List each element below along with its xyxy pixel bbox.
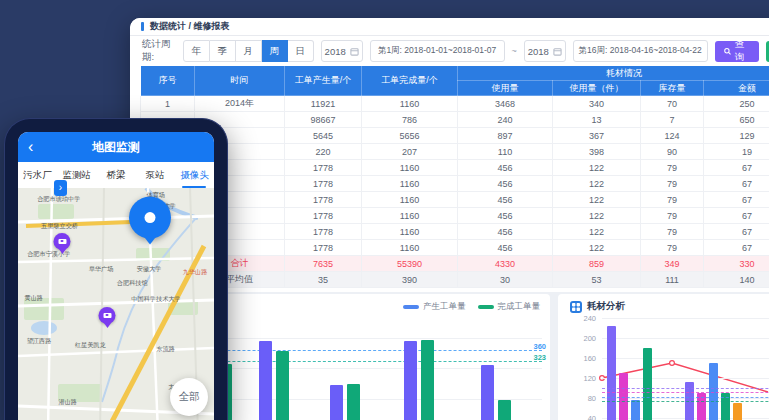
camera-pin-marker[interactable] (99, 307, 116, 324)
y-axis-tick: 200 (566, 334, 596, 343)
period-option[interactable]: 日 (288, 40, 314, 62)
breadcrumb-accent (141, 22, 144, 31)
average-refline (602, 388, 769, 389)
expand-panel-button[interactable]: › (54, 180, 67, 196)
refline-label: 360 (533, 342, 546, 351)
table-row: 177811604561227967 (141, 240, 769, 256)
map-label: 五里墩立交桥 (41, 222, 78, 231)
phone-page-title: 地图监测 (92, 139, 140, 156)
table-cell: 5656 (362, 128, 458, 144)
sub-column-header: 金额 (704, 81, 769, 96)
table-cell: 1160 (362, 96, 458, 112)
map-label: 合肥科技馆 (117, 279, 148, 288)
map-label: 黄山路 (24, 294, 43, 303)
table-cell: 330 (704, 256, 769, 272)
filter-bar: 统计周期: 年季月周日 2018 第1周: 2018-01-01~2018-01… (130, 36, 769, 66)
table-cell: 4330 (458, 256, 553, 272)
table-cell: 70 (641, 96, 704, 112)
legend-label: 产生工单量 (423, 301, 466, 313)
table-cell: 79 (641, 240, 704, 256)
table-cell: 1160 (362, 160, 458, 176)
sub-column-header: 使用量（件） (553, 81, 641, 96)
calendar-icon (553, 47, 562, 56)
report-table: 序号时间工单产生量/个工单完成量/个耗材情况使用量使用量（件）库存量金额 120… (140, 65, 769, 288)
chart-title: 耗材分析 (587, 300, 625, 313)
group-header: 耗材情况 (458, 66, 769, 81)
period-option[interactable]: 季 (210, 40, 236, 62)
map-view[interactable]: 合肥市琥珀中学体育场安徽农业大学五里墩立交桥合肥市宁溪小学阜华广场安徽大学合肥科… (18, 188, 214, 420)
bar-consumable (643, 348, 652, 420)
table-cell: 1778 (285, 224, 362, 240)
average-refline (602, 401, 769, 402)
table-cell: 79 (641, 192, 704, 208)
table-cell: 897 (458, 128, 553, 144)
tab-摄像头[interactable]: 摄像头 (175, 162, 214, 188)
week-from-input[interactable]: 第1周: 2018-01-01~2018-01-07 (370, 40, 505, 62)
table-row: 98667786240137650 (141, 112, 769, 128)
bar-consumable (631, 400, 640, 420)
table-cell: 1778 (285, 208, 362, 224)
table-cell: 53 (553, 272, 641, 288)
table-cell: 1160 (362, 176, 458, 192)
table-row: 177811604561227967 (141, 192, 769, 208)
tab-污水厂[interactable]: 污水厂 (18, 162, 57, 188)
search-button[interactable]: 查询 (715, 41, 760, 62)
table-cell: 122 (553, 192, 641, 208)
table-header: 序号时间工单产生量/个工单完成量/个耗材情况使用量使用量（件）库存量金额 (141, 66, 769, 96)
table-cell: 456 (458, 176, 553, 192)
period-option[interactable]: 年 (183, 40, 210, 62)
table-row: 56455656897367124129 (141, 128, 769, 144)
table-cell: 90 (641, 144, 704, 160)
table-cell: 35 (285, 272, 362, 288)
year-from-select[interactable]: 2018 (321, 40, 363, 62)
week-to-input[interactable]: 第16周: 2018-04-16~2018-04-22 (573, 40, 708, 62)
table-cell: 220 (285, 144, 362, 160)
table-cell: 367 (553, 128, 641, 144)
legend-marker (478, 305, 494, 309)
table-cell: 67 (704, 160, 769, 176)
breadcrumb: 数据统计 / 维修报表 (150, 20, 230, 33)
table-cell: 340 (553, 96, 641, 112)
table-cell: 30 (458, 272, 553, 288)
map-label: 中国科学技术大学 (131, 295, 180, 304)
table-cell: 79 (641, 208, 704, 224)
table-cell: 13 (553, 112, 641, 128)
table-cell: 786 (362, 112, 458, 128)
tab-泵站[interactable]: 泵站 (136, 162, 175, 188)
gridline (602, 338, 769, 339)
avg-row: 平均值353903053111140 (141, 272, 769, 288)
refline-label: 323 (533, 353, 546, 362)
gridline (602, 318, 769, 319)
table-cell: 250 (704, 96, 769, 112)
table-cell: 129 (704, 128, 769, 144)
map-label: 九华山路 (183, 268, 208, 277)
back-icon[interactable]: ‹ (28, 135, 33, 159)
phone-screen: ‹ 地图监测 污水厂监测站桥梁泵站摄像头 › (18, 132, 214, 420)
map-label: 安徽大学 (137, 265, 162, 274)
table-cell: 19 (704, 144, 769, 160)
map-label: 潜山路 (58, 398, 77, 407)
table-cell: 55390 (362, 256, 458, 272)
camera-pin-marker[interactable] (54, 233, 71, 250)
tab-桥梁[interactable]: 桥梁 (96, 162, 135, 188)
table-cell: 859 (553, 256, 641, 272)
show-all-button[interactable]: 全部 (170, 378, 208, 416)
bar-完成工单量 (347, 384, 360, 420)
year-to-select[interactable]: 2018 (524, 40, 566, 62)
bar-完成工单量 (276, 351, 289, 420)
table-cell: 67 (704, 176, 769, 192)
legend-item: 完成工单量 (478, 301, 541, 313)
selected-location-pin[interactable] (129, 197, 171, 239)
table-cell: 7635 (285, 256, 362, 272)
period-option[interactable]: 周 (262, 40, 288, 62)
breadcrumb-bar: 数据统计 / 维修报表 (130, 18, 769, 36)
search-icon (724, 47, 731, 56)
bar-consumable (733, 403, 742, 420)
period-label: 统计周期: (142, 38, 176, 64)
table-cell: 1778 (285, 240, 362, 256)
table-cell: 79 (641, 224, 704, 240)
period-option[interactable]: 月 (236, 40, 262, 62)
table-cell: 456 (458, 192, 553, 208)
table-cell: 122 (553, 240, 641, 256)
table-cell: 7 (641, 112, 704, 128)
